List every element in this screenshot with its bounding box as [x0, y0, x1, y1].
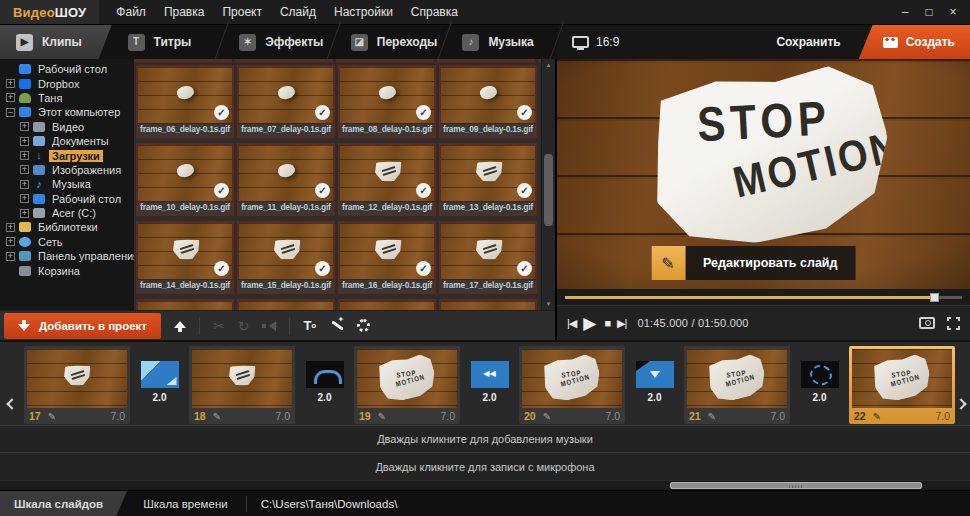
- tree-item[interactable]: Корзина: [4, 263, 134, 277]
- file-item[interactable]: [237, 299, 335, 310]
- seek-bar[interactable]: [557, 289, 970, 305]
- tree-expander[interactable]: +: [20, 194, 29, 203]
- file-item[interactable]: ✓ frame_17_delay-0.1s.gif: [439, 221, 537, 294]
- tree-item[interactable]: + Документы: [4, 134, 134, 148]
- file-item[interactable]: ✓ frame_11_delay-0.1s.gif: [237, 143, 335, 216]
- edit-slide-button[interactable]: ✎ Редактировать слайд: [651, 246, 855, 280]
- menu-item[interactable]: Проект: [213, 1, 271, 23]
- pencil-icon[interactable]: ✎: [48, 411, 56, 422]
- upload-button[interactable]: [174, 320, 186, 332]
- timeline-next-arrow[interactable]: [955, 398, 966, 409]
- tree-item[interactable]: + ♪ Музыка: [4, 177, 134, 191]
- tree-expander[interactable]: +: [6, 252, 15, 261]
- stop-button[interactable]: ■: [604, 317, 610, 329]
- file-item[interactable]: ✓ frame_09_delay-0.1s.gif: [439, 65, 537, 138]
- file-item[interactable]: ✓ frame_16_delay-0.1s.gif: [338, 221, 436, 294]
- cut-button[interactable]: ✂: [213, 318, 225, 334]
- seek-track[interactable]: [565, 296, 962, 299]
- file-item[interactable]: ✓ frame_13_delay-0.1s.gif: [439, 143, 537, 216]
- tree-expander[interactable]: −: [6, 108, 15, 117]
- tree-expander[interactable]: +: [6, 237, 15, 246]
- tree-expander[interactable]: +: [6, 93, 15, 102]
- tree-item[interactable]: + Панель управления: [4, 249, 134, 263]
- scrollbar-thumb[interactable]: [670, 482, 922, 489]
- file-item[interactable]: ✓ frame_10_delay-0.1s.gif: [136, 143, 234, 216]
- tree-item[interactable]: + Изображения: [4, 163, 134, 177]
- mic-track[interactable]: Дважды кликните для записи с микрофона: [0, 452, 970, 480]
- pencil-icon[interactable]: ✎: [543, 411, 551, 422]
- save-button[interactable]: Сохранить: [758, 35, 858, 49]
- timeline-slide[interactable]: STOPMOTION 21 ✎ 7.0: [684, 346, 790, 424]
- tree-item[interactable]: + Сеть: [4, 235, 134, 249]
- seek-handle[interactable]: [930, 293, 939, 302]
- tree-expander[interactable]: +: [6, 79, 15, 88]
- tree-item[interactable]: + Библиотеки: [4, 220, 134, 234]
- timeline-transition[interactable]: 2.0: [298, 346, 351, 403]
- tree-item[interactable]: + ↓ Загрузки: [4, 148, 134, 162]
- pencil-icon[interactable]: ✎: [213, 411, 221, 422]
- tree-expander[interactable]: +: [6, 223, 15, 232]
- scroll-down-icon[interactable]: ▼: [542, 301, 555, 307]
- minimize-button[interactable]: –: [898, 5, 912, 19]
- file-item[interactable]: [439, 299, 537, 310]
- tree-item[interactable]: + Acer (C:): [4, 206, 134, 220]
- menu-item[interactable]: Файл: [107, 1, 155, 23]
- scroll-up-icon[interactable]: ▲: [542, 62, 555, 68]
- tree-expander[interactable]: +: [20, 209, 29, 218]
- file-item[interactable]: ✓ frame_14_delay-0.1s.gif: [136, 221, 234, 294]
- pencil-icon[interactable]: ✎: [708, 411, 716, 422]
- tree-expander[interactable]: +: [20, 165, 29, 174]
- tab-Эффекты[interactable]: ✶Эффекты: [223, 25, 335, 59]
- footer-tab-Шкала времени[interactable]: Шкала времени: [127, 491, 244, 516]
- music-track[interactable]: Дважды кликните для добавления музыки: [0, 425, 970, 452]
- restore-button[interactable]: □: [922, 5, 936, 19]
- aspect-ratio-control[interactable]: 16:9: [572, 35, 619, 49]
- create-button[interactable]: Создать: [859, 25, 970, 59]
- file-item[interactable]: [338, 299, 436, 310]
- timeline-transition[interactable]: 2.0: [628, 346, 681, 403]
- tree-item[interactable]: + Видео: [4, 120, 134, 134]
- rotate-button[interactable]: ↻: [238, 318, 250, 334]
- tab-Музыка[interactable]: ♪Музыка: [446, 25, 558, 59]
- file-item[interactable]: ✓ frame_08_delay-0.1s.gif: [338, 65, 436, 138]
- tree-item[interactable]: − Этот компьютер: [4, 105, 134, 119]
- tree-item[interactable]: + Dropbox: [4, 76, 134, 90]
- prev-frame-button[interactable]: |◀: [567, 317, 576, 330]
- menu-item[interactable]: Правка: [155, 1, 214, 23]
- timeline-slide[interactable]: 17 ✎ 7.0: [24, 346, 130, 424]
- tab-Титры[interactable]: TТитры: [112, 25, 224, 59]
- menu-item[interactable]: Слайд: [271, 1, 325, 23]
- pencil-icon[interactable]: ✎: [378, 411, 386, 422]
- pencil-icon[interactable]: ✎: [873, 411, 881, 422]
- tree-expander[interactable]: +: [20, 137, 29, 146]
- file-item[interactable]: [136, 299, 234, 310]
- file-item[interactable]: ✓ frame_06_delay-0.1s.gif: [136, 65, 234, 138]
- tab-Клипы[interactable]: ▶Клипы: [0, 25, 112, 59]
- file-item[interactable]: ✓ frame_07_delay-0.1s.gif: [237, 65, 335, 138]
- tree-expander[interactable]: +: [20, 180, 29, 189]
- snapshot-icon[interactable]: [919, 317, 935, 329]
- timeline-slide[interactable]: STOPMOTION 22 ✎ 7.0: [849, 346, 955, 424]
- tree-item[interactable]: Рабочий стол: [4, 62, 134, 76]
- magic-wand-button[interactable]: [329, 318, 344, 333]
- menu-item[interactable]: Справка: [402, 1, 467, 23]
- add-to-project-button[interactable]: Добавить в проект: [4, 313, 161, 339]
- close-button[interactable]: ×: [946, 5, 960, 19]
- settings-button[interactable]: [357, 319, 370, 332]
- text-tool-button[interactable]: To: [303, 318, 316, 333]
- timeline-slide[interactable]: STOPMOTION 19 ✎ 7.0: [354, 346, 460, 424]
- file-item[interactable]: ✓ frame_15_delay-0.1s.gif: [237, 221, 335, 294]
- play-button[interactable]: ▶: [583, 313, 595, 334]
- tab-Переходы[interactable]: ◪Переходы: [335, 25, 447, 59]
- menu-item[interactable]: Настройки: [325, 1, 402, 23]
- tree-item[interactable]: + Таня: [4, 91, 134, 105]
- file-item[interactable]: ✓ frame_12_delay-0.1s.gif: [338, 143, 436, 216]
- timeline-transition[interactable]: 2.0: [793, 346, 846, 403]
- footer-tab-Шкала слайдов[interactable]: Шкала слайдов: [0, 491, 127, 516]
- timeline-slide[interactable]: STOPMOTION 20 ✎ 7.0: [519, 346, 625, 424]
- timeline-transition[interactable]: 2.0: [463, 346, 516, 403]
- grid-scrollbar[interactable]: ▲ ▼: [541, 59, 555, 310]
- timeline-slide[interactable]: 18 ✎ 7.0: [189, 346, 295, 424]
- timeline-scrollbar[interactable]: [0, 480, 970, 490]
- scrollbar-thumb[interactable]: [544, 154, 553, 226]
